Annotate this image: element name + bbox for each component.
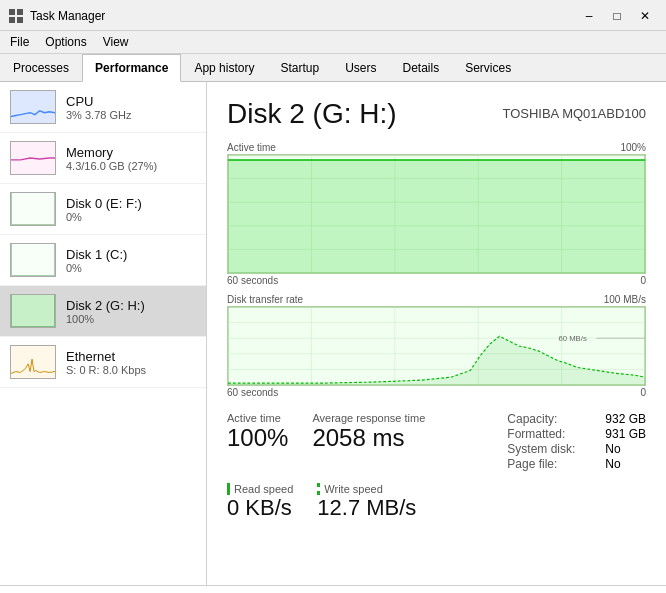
chart2-label-top: Disk transfer rate (227, 294, 303, 305)
chart1-label-row: Active time 100% (227, 142, 646, 153)
chart1-label-top: Active time (227, 142, 276, 153)
page-file-label: Page file: (507, 457, 597, 471)
title-bar-controls: – □ ✕ (576, 6, 658, 26)
disk0-sub: 0% (66, 211, 142, 223)
close-button[interactable]: ✕ (632, 6, 658, 26)
read-speed-value: 0 KB/s (227, 495, 293, 521)
memory-sub: 4.3/16.0 GB (27%) (66, 160, 157, 172)
sidebar-item-disk2[interactable]: Disk 2 (G: H:) 100% (0, 286, 206, 337)
speed-row: Read speed 0 KB/s Write speed 12.7 MB/s (227, 483, 646, 521)
capacity-label: Capacity: (507, 412, 597, 426)
svg-rect-4 (12, 294, 54, 325)
formatted-label: Formatted: (507, 427, 597, 441)
avg-response-stat: Average response time 2058 ms (312, 412, 425, 471)
cpu-sub: 3% 3.78 GHz (66, 109, 131, 121)
disk1-info: Disk 1 (C:) 0% (66, 247, 127, 274)
ethernet-name: Ethernet (66, 349, 146, 364)
page-file-row: Page file: No (507, 457, 646, 471)
window-title: Task Manager (30, 9, 105, 23)
sidebar-item-disk0[interactable]: Disk 0 (E: F:) 0% (0, 184, 206, 235)
disk1-sub: 0% (66, 262, 127, 274)
chart2-label-bottom: 60 seconds 0 (227, 387, 646, 398)
bottom-bar: Fewer details | ⊘ Open Resource Monitor (0, 585, 666, 593)
stats-left: Active time 100% Average response time 2… (227, 412, 507, 471)
formatted-row: Formatted: 931 GB (507, 427, 646, 441)
detail-title: Disk 2 (G: H:) (227, 98, 397, 130)
disk2-thumbnail (10, 294, 56, 328)
active-time-label: Active time (227, 412, 288, 424)
cpu-info: CPU 3% 3.78 GHz (66, 94, 131, 121)
svg-rect-2 (9, 17, 15, 23)
svg-text:60 MB/s: 60 MB/s (558, 334, 587, 343)
minimize-button[interactable]: – (576, 6, 602, 26)
detail-header: Disk 2 (G: H:) TOSHIBA MQ01ABD100 (227, 98, 646, 130)
memory-info: Memory 4.3/16.0 GB (27%) (66, 145, 157, 172)
tab-startup[interactable]: Startup (267, 54, 332, 82)
chart1-bottom-left: 60 seconds (227, 275, 278, 286)
active-time-chart (227, 154, 646, 274)
disk0-name: Disk 0 (E: F:) (66, 196, 142, 211)
active-time-stat: Active time 100% (227, 412, 288, 471)
tab-processes[interactable]: Processes (0, 54, 82, 82)
chart1-label-top-right: 100% (620, 142, 646, 153)
info-block: Capacity: 932 GB Formatted: 931 GB Syste… (507, 412, 646, 471)
sidebar-item-cpu[interactable]: CPU 3% 3.78 GHz (0, 82, 206, 133)
ethernet-sub: S: 0 R: 8.0 Kbps (66, 364, 146, 376)
memory-thumbnail (10, 141, 56, 175)
tab-users[interactable]: Users (332, 54, 389, 82)
tab-details[interactable]: Details (389, 54, 452, 82)
transfer-rate-chart-wrapper: Disk transfer rate 100 MB/s 60 MB/s (227, 294, 646, 398)
tab-bar: Processes Performance App history Startu… (0, 54, 666, 82)
formatted-value: 931 GB (605, 427, 646, 441)
main-content: CPU 3% 3.78 GHz Memory 4.3/16.0 GB (27%) (0, 82, 666, 585)
disk1-name: Disk 1 (C:) (66, 247, 127, 262)
tab-services[interactable]: Services (452, 54, 524, 82)
capacity-value: 932 GB (605, 412, 646, 426)
stats-area: Active time 100% Average response time 2… (227, 412, 646, 471)
read-speed-label: Read speed (227, 483, 293, 495)
menu-file[interactable]: File (4, 33, 35, 51)
tab-performance[interactable]: Performance (82, 54, 181, 82)
svg-rect-3 (17, 17, 23, 23)
svg-rect-0 (9, 9, 15, 15)
avg-response-label: Average response time (312, 412, 425, 424)
detail-subtitle: TOSHIBA MQ01ABD100 (502, 106, 646, 121)
chart1-label-bottom: 60 seconds 0 (227, 275, 646, 286)
write-speed-label: Write speed (317, 483, 416, 495)
disk2-info: Disk 2 (G: H:) 100% (66, 298, 145, 325)
transfer-rate-chart: 60 MB/s (227, 306, 646, 386)
disk0-thumbnail (10, 192, 56, 226)
disk2-sub: 100% (66, 313, 145, 325)
ethernet-info: Ethernet S: 0 R: 8.0 Kbps (66, 349, 146, 376)
avg-response-value: 2058 ms (312, 424, 425, 453)
chart2-label-top-right: 100 MB/s (604, 294, 646, 305)
disk0-info: Disk 0 (E: F:) 0% (66, 196, 142, 223)
memory-name: Memory (66, 145, 157, 160)
menu-view[interactable]: View (97, 33, 135, 51)
read-speed-block: Read speed 0 KB/s (227, 483, 293, 521)
sidebar-item-disk1[interactable]: Disk 1 (C:) 0% (0, 235, 206, 286)
chart2-label-row: Disk transfer rate 100 MB/s (227, 294, 646, 305)
svg-rect-1 (17, 9, 23, 15)
menu-options[interactable]: Options (39, 33, 92, 51)
detail-panel: Disk 2 (G: H:) TOSHIBA MQ01ABD100 Active… (207, 82, 666, 585)
tab-app-history[interactable]: App history (181, 54, 267, 82)
active-time-value: 100% (227, 424, 288, 453)
title-bar-left: Task Manager (8, 8, 105, 24)
write-speed-block: Write speed 12.7 MB/s (317, 483, 416, 521)
cpu-name: CPU (66, 94, 131, 109)
sidebar: CPU 3% 3.78 GHz Memory 4.3/16.0 GB (27%) (0, 82, 207, 585)
ethernet-thumbnail (10, 345, 56, 379)
maximize-button[interactable]: □ (604, 6, 630, 26)
write-speed-value: 12.7 MB/s (317, 495, 416, 521)
system-disk-value: No (605, 442, 620, 456)
disk1-thumbnail (10, 243, 56, 277)
sidebar-item-ethernet[interactable]: Ethernet S: 0 R: 8.0 Kbps (0, 337, 206, 388)
active-time-chart-wrapper: Active time 100% 60 seconds (227, 142, 646, 286)
app-icon (8, 8, 24, 24)
svg-marker-14 (228, 160, 645, 273)
menu-bar: File Options View (0, 31, 666, 54)
chart1-bottom-right: 0 (640, 275, 646, 286)
page-file-value: No (605, 457, 620, 471)
sidebar-item-memory[interactable]: Memory 4.3/16.0 GB (27%) (0, 133, 206, 184)
